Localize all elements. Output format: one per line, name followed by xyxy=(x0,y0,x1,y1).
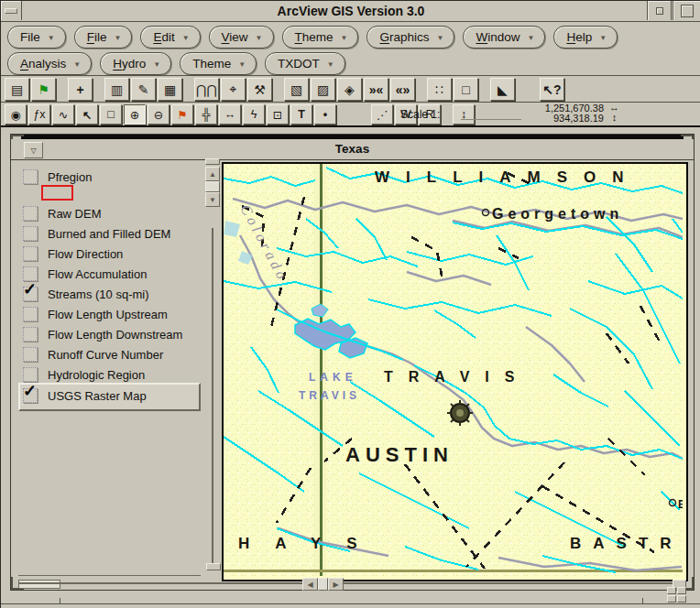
hatch-tool[interactable]: ⋰ xyxy=(371,104,393,125)
checkbox[interactable] xyxy=(23,307,38,321)
menu-file-1[interactable]: File▼ xyxy=(7,26,66,49)
identify-tool[interactable]: ◉ xyxy=(5,104,27,125)
magnifier-minus-icon: ⊖ xyxy=(154,108,163,122)
checkbox[interactable] xyxy=(23,246,38,261)
zoom-out-tool[interactable]: ⊖ xyxy=(148,104,170,125)
hatch-icon: ⋰ xyxy=(377,108,388,122)
menu-txdot[interactable]: TXDOT▼ xyxy=(265,52,345,75)
checkbox[interactable] xyxy=(23,169,38,184)
add-theme-button[interactable]: + xyxy=(68,78,93,101)
scroll-down-icon[interactable]: ▼ xyxy=(205,192,220,207)
menu-graphics[interactable]: Graphics▼ xyxy=(366,26,454,49)
toc-item-hydrologic-region[interactable]: Hydrologic Region xyxy=(23,365,145,384)
profile-tool[interactable]: ∿ xyxy=(52,104,74,125)
menu-label: Theme xyxy=(192,57,231,71)
h-scrollbar-cable[interactable] xyxy=(18,582,684,584)
checkbox[interactable] xyxy=(23,226,38,241)
scroll-up-icon[interactable]: ▲ xyxy=(205,167,220,181)
menu-window[interactable]: Window▼ xyxy=(463,26,545,49)
pointer-tool[interactable]: ↖ xyxy=(76,104,98,125)
flag-tool[interactable]: ⚑ xyxy=(171,104,193,125)
toc-item-flow-length-upstream[interactable]: Flow Length Upstream xyxy=(23,305,168,323)
locate-button[interactable]: ⌖ xyxy=(221,78,246,101)
scrollbar-cable[interactable] xyxy=(212,228,213,563)
bottom-frame-line xyxy=(1,603,700,604)
view-window-texas: Texas ▽ Pfregion Raw DEM Burned and Fill… xyxy=(10,134,695,591)
open-theme-table-button[interactable]: ▦ xyxy=(158,78,182,101)
menu-analysis[interactable]: Analysis▼ xyxy=(7,52,92,75)
help-pointer-button[interactable]: ↖? xyxy=(540,78,564,101)
state-capital-marker xyxy=(447,400,473,426)
menu-view[interactable]: View▼ xyxy=(209,26,274,49)
h-scrollbar-thumb[interactable] xyxy=(318,578,328,591)
pan-tool[interactable]: ╬ xyxy=(195,104,217,125)
scrollbar-anchor[interactable] xyxy=(205,158,220,165)
theme-label: Raw DEM xyxy=(48,207,102,221)
lightning-icon: ϟ xyxy=(251,108,257,121)
find-button[interactable]: ⋂⋂ xyxy=(194,78,219,101)
measure-tool[interactable]: ↔ xyxy=(219,104,241,125)
menu-file-2[interactable]: File▼ xyxy=(74,26,133,49)
toc-item-raw-dem[interactable]: Raw DEM xyxy=(23,204,102,223)
menu-hydro[interactable]: Hydro▼ xyxy=(100,52,171,75)
window-menu-button[interactable] xyxy=(1,1,22,20)
checkbox[interactable]: ✓ xyxy=(23,287,38,301)
zoom-in-tool[interactable]: ⊕ xyxy=(124,104,146,125)
script-tool[interactable]: ƒx xyxy=(28,104,50,125)
label-tool[interactable]: ⊡ xyxy=(267,104,289,125)
clear-selection-button[interactable]: □ xyxy=(454,78,478,101)
scrollbar-thumb[interactable] xyxy=(205,181,220,192)
checkbox[interactable] xyxy=(23,206,38,221)
chevron-down-icon: ▼ xyxy=(238,60,246,69)
toc-item-flow-length-downstream[interactable]: Flow Length Downstream xyxy=(23,325,182,343)
edit-legend-button[interactable]: ✎ xyxy=(131,78,156,101)
theme-properties-button[interactable]: ▥ xyxy=(104,78,129,101)
green-flag-button[interactable]: ⚑ xyxy=(31,78,56,101)
draw-point-tool[interactable]: • xyxy=(314,104,336,125)
toc-item-flow-direction[interactable]: Flow Direction xyxy=(23,244,123,263)
view-title-bar[interactable]: Texas ▽ xyxy=(11,139,694,160)
menu-edit[interactable]: Edit▼ xyxy=(140,26,200,49)
h-scrollbar-elevator[interactable]: ◀ ▶ xyxy=(302,578,344,591)
scale-input[interactable] xyxy=(461,119,521,120)
maximize-button[interactable] xyxy=(673,1,700,20)
save-button[interactable]: ▤ xyxy=(5,78,29,101)
menu-help[interactable]: Help▼ xyxy=(553,26,618,49)
scrollbar-anchor[interactable] xyxy=(206,563,221,570)
zoom-out-button[interactable]: «» xyxy=(390,78,415,101)
checkbox[interactable] xyxy=(23,327,38,342)
scroll-right-icon[interactable]: ▶ xyxy=(328,578,344,591)
toc-item-pfregion[interactable]: Pfregion xyxy=(23,168,92,186)
window-menu-icon xyxy=(5,8,17,14)
zoom-in-button[interactable]: »« xyxy=(364,78,388,101)
zoom-full-extent-button[interactable]: ▧ xyxy=(284,78,309,101)
map-view[interactable]: B WILLIAMSON Georgetown TRAVIS AUSTIN HA… xyxy=(222,162,688,581)
hotlink-tool[interactable]: ϟ xyxy=(243,104,265,125)
minimize-button[interactable] xyxy=(647,1,672,20)
separator xyxy=(1,125,700,127)
theme-label: USGS Raster Map xyxy=(48,389,147,403)
zoom-selected-button[interactable]: ◈ xyxy=(337,78,362,101)
h-scrollbar-anchor[interactable] xyxy=(18,580,60,589)
scroll-left-icon[interactable]: ◀ xyxy=(302,578,318,591)
checkbox[interactable] xyxy=(23,347,38,362)
text-tool[interactable]: T xyxy=(290,104,312,125)
toc-item-streams[interactable]: ✓Streams (10 sq-mi) xyxy=(23,285,149,303)
menu-theme-2[interactable]: Theme▼ xyxy=(180,52,257,75)
select-features-button[interactable]: ∷ xyxy=(427,78,452,101)
toc-item-usgs-raster-map[interactable]: ✓USGS Raster Map xyxy=(23,386,147,405)
checkbox[interactable]: ✓ xyxy=(23,388,38,403)
toc-scrollbar[interactable]: ▲ ▼ xyxy=(205,158,220,207)
menu-theme[interactable]: Theme▼ xyxy=(282,26,359,49)
resize-grip[interactable] xyxy=(667,587,686,603)
checkbox[interactable] xyxy=(23,367,38,382)
query-builder-button[interactable]: ⚒ xyxy=(247,78,272,101)
view-window-menu-button[interactable]: ▽ xyxy=(24,142,43,158)
zoom-active-theme-button[interactable]: ▨ xyxy=(311,78,335,101)
magnifier-plus-icon: ⊕ xyxy=(130,108,139,122)
toc-item-runoff-curve[interactable]: Runoff Curve Number xyxy=(23,345,163,364)
toc-item-flow-accumulation[interactable]: Flow Accumulation xyxy=(23,265,147,283)
select-box-tool[interactable]: □ xyxy=(100,104,122,125)
toc-item-burned-dem[interactable]: Burned and Filled DEM xyxy=(23,224,170,243)
histogram-button[interactable]: ◣ xyxy=(490,78,515,101)
